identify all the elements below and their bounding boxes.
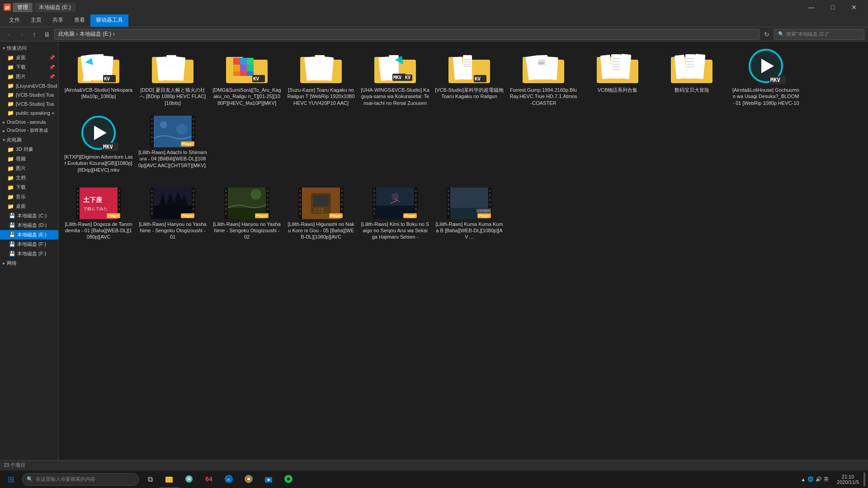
svg-rect-87: [151, 118, 153, 120]
sidebar-onedrive2[interactable]: ▸ OneDrive - 群晖养成: [0, 126, 58, 135]
file-item-higurashi[interactable]: Player [Lilith-Raws] Higurashi no Naku K…: [285, 184, 357, 244]
sidebar-item-download[interactable]: 📁 下载 📌: [0, 62, 58, 72]
file-grid: ASS KV [Airota&VCB-Studio] Nekopara [Ma1…: [62, 45, 864, 244]
app-icon: 📁: [4, 4, 11, 11]
sidebar-item-dl[interactable]: 📁 下载: [0, 183, 58, 192]
svg-rect-126: [151, 212, 153, 215]
svg-rect-185: [373, 203, 375, 206]
quickaccess-arrow: ▾: [3, 46, 5, 51]
maximize-button[interactable]: □: [822, 0, 843, 14]
sidebar-item-3d[interactable]: 📁 3D 对象: [0, 145, 58, 154]
file-item-yasha02[interactable]: Player [Lilith-Raws] Hanyou no Yashahime…: [211, 184, 283, 244]
file-item-gochuumon[interactable]: MKV [Airota&LoliHouse] Gochuumon wa Usag…: [730, 45, 802, 110]
title-tab-manage[interactable]: 管理: [13, 3, 33, 12]
file-item-kuma[interactable]: 1.6 KB/S Player [Lilith-Raws] Kuma Kuma …: [433, 184, 505, 244]
svg-point-220: [188, 478, 190, 480]
sidebar-onedrive1[interactable]: ▸ OneDrive - wenrula: [0, 118, 58, 126]
title-bar-left: 📁 管理 本地磁盘 (E:): [4, 3, 75, 12]
taskbar-music[interactable]: [278, 470, 298, 488]
file-item-uha[interactable]: MKV KV [UHA-WINGS&VCB-Studio] Kaguya-sam…: [359, 45, 431, 110]
svg-rect-142: [225, 194, 227, 197]
refresh-button[interactable]: ↻: [761, 29, 772, 40]
file-item-dmg[interactable]: KV [DMG&SumiSora][To_Aru_Kagaku_no_Railg…: [211, 45, 283, 110]
file-item-kizuna[interactable]: MKV [KTXP][Digimon Adventure Last Evolut…: [62, 112, 135, 177]
taskbar-chrome[interactable]: [239, 470, 259, 488]
sidebar-item-music[interactable]: 📁 音乐: [0, 192, 58, 202]
svg-rect-93: [193, 118, 194, 120]
file-item-nekopara[interactable]: ASS KV [Airota&VCB-Studio] Nekopara [Ma1…: [62, 45, 135, 110]
sidebar-drive-d[interactable]: 💾 本地磁盘 (D:): [0, 221, 58, 230]
file-item-suzu[interactable]: [Suzu-Kaze] Toaru Kagaku no Railgun T [W…: [285, 45, 357, 110]
ribbon-tab-home[interactable]: 主页: [25, 14, 47, 27]
show-desktop-button[interactable]: [863, 470, 866, 488]
file-item-dogeza[interactable]: 土下座 で頼んでみた Player [Lilith-Raws] Dogeza d…: [62, 184, 135, 244]
sidebar-thispc-header[interactable]: ▾ 此电脑: [0, 135, 58, 145]
clock[interactable]: 21:10 2020/11/5: [833, 474, 863, 485]
drive-e-icon: 💾: [9, 232, 15, 238]
file-item-vcb[interactable]: KV [VCB-Studio]某科学的超電磁炮 Toaru Kagaku no …: [433, 45, 505, 110]
sidebar-item-vcb1[interactable]: 📁 [VCB-Studio] Toa: [0, 90, 58, 99]
taskbar-browser[interactable]: [179, 470, 199, 488]
svg-text:土下座: 土下座: [83, 196, 103, 203]
pin-icon: 📌: [49, 74, 55, 79]
sidebar-quickaccess-header[interactable]: ▾ 快速访问: [0, 43, 58, 53]
sidebar-drive-e[interactable]: 💾 本地磁盘 (E:): [0, 230, 58, 239]
taskbar-fileexplorer[interactable]: [159, 470, 179, 488]
svg-rect-176: [321, 208, 324, 210]
file-name: [VCB-Studio]某科学的超電磁炮 Toaru Kagaku no Rai…: [435, 87, 504, 100]
up-button[interactable]: ↑: [29, 29, 40, 40]
file-item-kimitoboku[interactable]: Player [Lilith-Raws] Kimi to Boku no Sai…: [359, 184, 431, 244]
title-tab-disk[interactable]: 本地磁盘 (E:): [34, 3, 75, 12]
svg-rect-74: [693, 54, 706, 79]
file-item-forrest[interactable]: doc Forrest.Gump.1994.2160p.BluRay.HEVC.…: [507, 45, 580, 110]
sidebar-item-docs[interactable]: 📁 文档: [0, 173, 58, 183]
back-button[interactable]: ‹: [4, 29, 14, 40]
folder-forrest-icon: doc: [521, 49, 566, 85]
ribbon-tab-file[interactable]: 文件: [4, 14, 25, 27]
sidebar-item-desktop[interactable]: 📁 桌面 📌: [0, 53, 58, 62]
file-item-yasha01[interactable]: Player [Lilith-Raws] Hanyou no Yashahime…: [137, 184, 209, 244]
svg-rect-15: [233, 58, 240, 65]
sidebar-drive-c[interactable]: 💾 本地磁盘 (C:): [0, 211, 58, 221]
sidebar-item-vcb2[interactable]: 📁 [VCB-Studio] Toa: [0, 99, 58, 108]
file-item-adachi[interactable]: Player [Lilith-Raws] Adachi to Shimamura…: [137, 112, 209, 177]
sidebar-drive-f2[interactable]: 💾 本地磁盘 (F:): [0, 249, 58, 258]
ribbon: 文件 主页 共享 查看 驱动器工具: [0, 14, 868, 27]
ribbon-tab-share[interactable]: 共享: [47, 14, 69, 27]
taskbar-search[interactable]: 🔍 在这里输入你要搜索的内容: [22, 473, 139, 486]
taskbar-app3[interactable]: 64: [199, 470, 219, 488]
svg-rect-168: [341, 203, 343, 206]
sidebar-item-pictures[interactable]: 📁 图片 📌: [0, 72, 58, 81]
sidebar-item-liuyun[interactable]: 📁 [Liuyun&VCB-Stud: [0, 81, 58, 90]
file-name: [Airota&LoliHouse] Gochuumon wa Usagi De…: [731, 87, 800, 107]
sidebar-item-video[interactable]: 📁 视频: [0, 154, 58, 164]
taskview-button[interactable]: ⧉: [141, 470, 159, 488]
sidebar-vcb1-label: [VCB-Studio] Toa: [16, 92, 54, 98]
file-item-ddd[interactable]: [DDD] 夏目友人帳と狼火の社へ [BDrip 1080p HEVC FLAC…: [137, 45, 209, 110]
svg-rect-131: [193, 208, 194, 210]
forward-button[interactable]: ›: [16, 29, 27, 40]
minimize-button[interactable]: —: [801, 0, 822, 14]
video-thumb-kuma: 1.6 KB/S Player: [447, 188, 492, 219]
close-button[interactable]: ✕: [844, 0, 864, 14]
svg-rect-20: [247, 65, 254, 71]
svg-rect-104: [77, 190, 79, 192]
ribbon-tab-view[interactable]: 查看: [69, 14, 90, 27]
taskbar-app4[interactable]: IE: [219, 470, 239, 488]
start-button[interactable]: ⊞: [2, 470, 20, 488]
sidebar-item-dsk[interactable]: 📁 桌面: [0, 202, 58, 211]
ribbon-tab-drivetool[interactable]: 驱动器工具: [90, 14, 128, 27]
file-item-digimon-folder[interactable]: 数码宝贝大冒险: [656, 45, 728, 110]
sidebar-item-publicspeaking[interactable]: 📁 public speaking +: [0, 108, 58, 117]
taskbar-app5[interactable]: [259, 470, 278, 488]
sidebar-item-pic[interactable]: 📁 图片: [0, 164, 58, 173]
search-box[interactable]: 🔍 搜索"本地磁盘 (E:)": [774, 29, 864, 40]
svg-rect-179: [321, 211, 324, 213]
content-area: ASS KV [Airota&VCB-Studio] Nekopara [Ma1…: [59, 42, 868, 460]
file-name: 数码宝贝大冒险: [675, 87, 709, 93]
video-thumb-higurashi: Player: [298, 188, 344, 219]
file-item-vcbmonogatari[interactable]: VCB物語系列合集: [581, 45, 654, 110]
address-path[interactable]: 此电脑 › 本地磁盘 (E:) ›: [54, 29, 760, 40]
sidebar-network[interactable]: ▸ 网络: [0, 258, 58, 268]
sidebar-drive-f1[interactable]: 💾 本地磁盘 (F:): [0, 239, 58, 249]
